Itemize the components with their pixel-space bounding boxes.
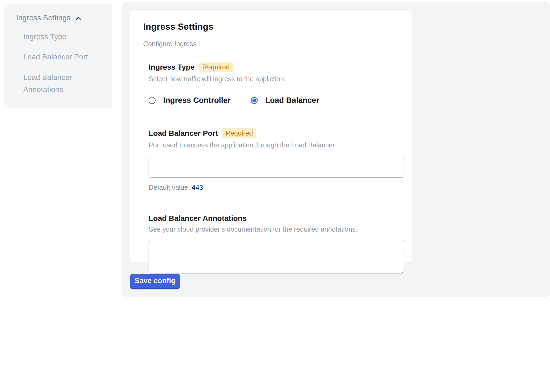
sidebar-item-load-balancer-port[interactable]: Load Balancer Port	[23, 51, 104, 63]
lb-annotations-description: See your cloud provider’s documentation …	[149, 225, 399, 233]
required-badge: Required	[222, 128, 256, 138]
lb-port-description: Port used to access the application thro…	[149, 141, 399, 149]
section-load-balancer-annotations: Load Balancer Annotations See your cloud…	[149, 214, 399, 274]
default-value-number: 443	[192, 184, 203, 191]
ingress-settings-card: Ingress Settings Configure Ingress Ingre…	[130, 11, 412, 262]
radio-label-ingress-controller: Ingress Controller	[163, 96, 231, 105]
load-balancer-annotations-textarea[interactable]	[149, 240, 404, 274]
load-balancer-port-input[interactable]	[149, 158, 404, 178]
sidebar-item-ingress-settings[interactable]: Ingress Settings	[16, 13, 104, 22]
default-value-label: Default value:	[149, 184, 190, 191]
section-load-balancer-port: Load Balancer Port Required Port used to…	[149, 128, 399, 191]
ingress-type-title: Ingress Type	[149, 63, 195, 72]
sidebar-header-label: Ingress Settings	[16, 13, 71, 22]
radio-label-load-balancer: Load Balancer	[265, 96, 319, 105]
radio-circle-selected[interactable]	[251, 97, 258, 104]
main-panel: Ingress Settings Configure Ingress Ingre…	[122, 2, 550, 297]
page-title: Ingress Settings	[143, 22, 399, 32]
default-value-line: Default value: 443	[149, 184, 399, 191]
save-config-button[interactable]: Save config	[130, 274, 180, 289]
chevron-up-icon	[74, 14, 82, 22]
sidebar-item-ingress-type[interactable]: Ingress Type	[23, 31, 104, 43]
section-ingress-type: Ingress Type Required Select how traffic…	[149, 62, 399, 105]
settings-sidebar: Ingress Settings Ingress Type Load Balan…	[4, 4, 112, 109]
lb-port-title: Load Balancer Port	[149, 129, 218, 138]
sidebar-subitems: Ingress Type Load Balancer Port Load Bal…	[16, 31, 104, 96]
sidebar-item-load-balancer-annotations[interactable]: Load Balancer Annotations	[23, 71, 104, 96]
lb-annotations-title: Load Balancer Annotations	[149, 214, 247, 223]
required-badge: Required	[199, 62, 233, 72]
page-subtitle: Configure Ingress	[143, 40, 399, 48]
ingress-type-description: Select how traffic will ingress to the a…	[149, 75, 399, 83]
radio-load-balancer[interactable]: Load Balancer	[251, 96, 319, 105]
radio-circle-unselected[interactable]	[149, 97, 156, 104]
radio-ingress-controller[interactable]: Ingress Controller	[149, 96, 231, 105]
ingress-type-radio-group: Ingress Controller Load Balancer	[149, 96, 399, 105]
